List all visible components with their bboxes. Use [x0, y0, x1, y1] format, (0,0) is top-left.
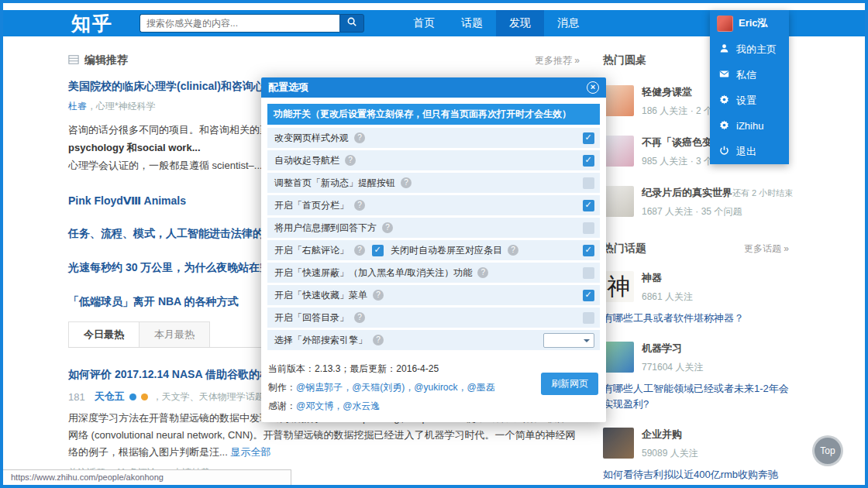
option-label: 开启「快速屏蔽」（加入黑名单/取消关注）功能: [274, 266, 472, 280]
zhihu-logo[interactable]: 知乎: [71, 11, 113, 36]
menu-item-label: 私信: [736, 68, 756, 82]
browser-window: 知乎 首页 话题 发现 消息 编辑推荐 更多推荐 » 美国院校的临床心理学(cl…: [0, 0, 868, 488]
option-row: 调整首页「新动态」提醒按钮: [267, 173, 600, 193]
search-button[interactable]: [339, 14, 364, 33]
topic-question-link[interactable]: 如何看待吉利拟以近400亿rmb收购奔驰3%～5%股权?: [603, 467, 789, 488]
nav-item-home[interactable]: 首页: [400, 10, 448, 36]
help-icon[interactable]: [345, 155, 356, 166]
option-label: 自动收起导航栏: [274, 154, 339, 167]
topic-thumbnail[interactable]: 神: [603, 271, 634, 302]
search-input[interactable]: [140, 14, 339, 33]
topic-question-link[interactable]: 有哪些人工智能领域已经或者未来1-2年会实现盈利?: [603, 381, 789, 412]
thanks-links[interactable]: @邓文博，@水云逸: [296, 400, 380, 411]
option-row: 开启「右舷评论」 关闭时自动卷屏至对应条目: [267, 240, 600, 260]
topic-followers: 771604 人关注: [642, 361, 703, 374]
topic-name[interactable]: 企业并购: [642, 428, 698, 442]
help-icon[interactable]: [354, 245, 365, 256]
link-status-bar: https://www.zhihu.com/people/akonhong: [3, 469, 291, 485]
option-row: 选择「外部搜索引擎」: [267, 330, 600, 350]
checkbox[interactable]: [372, 245, 384, 256]
roundtable-thumbnail[interactable]: [603, 136, 634, 167]
show-all-link[interactable]: 显示全部: [230, 446, 270, 458]
topic-followers: 6861 人关注: [642, 290, 693, 304]
mail-icon: [719, 69, 729, 81]
checkbox[interactable]: [583, 290, 594, 301]
help-icon[interactable]: [354, 200, 365, 211]
back-to-top-button[interactable]: Top: [812, 435, 843, 466]
menu-item-label: 我的主页: [736, 43, 777, 57]
topic-name[interactable]: 机器学习: [642, 342, 703, 356]
thanks-label: 感谢：: [268, 400, 296, 411]
menu-item-label: 设置: [736, 94, 756, 108]
dialog-body: 功能开关（更改后设置将立刻保存，但只有当页面再次打开时才会生效） 改变网页样式外…: [261, 98, 606, 350]
help-icon[interactable]: [373, 335, 384, 345]
checkbox[interactable]: [583, 132, 594, 144]
menu-item-logout[interactable]: 退出: [710, 139, 789, 164]
topic-thumbnail[interactable]: [603, 342, 634, 373]
author-badge-icon: [141, 393, 148, 400]
roundtable-item[interactable]: 纪录片后的真实世界 还有 2 小时结束 1687 人关注 · 35 个问题: [603, 186, 789, 218]
checkbox[interactable]: [583, 222, 594, 234]
option-row: 将用户信息挪到回答下方: [267, 218, 600, 238]
gear-icon: [719, 95, 729, 107]
option-label: 选择「外部搜索引擎」: [274, 334, 367, 347]
close-icon[interactable]: ×: [587, 81, 599, 94]
section-header: 功能开关（更改后设置将立刻保存，但只有当页面再次打开时才会生效）: [267, 104, 600, 125]
option-sub-label: 关闭时自动卷屏至对应条目: [391, 244, 502, 257]
search-bar: [140, 14, 364, 33]
topic-question-link[interactable]: 有哪些工具或者软件堪称神器？: [603, 311, 789, 326]
more-recommend-link[interactable]: 更多推荐 »: [535, 54, 580, 67]
external-search-select[interactable]: [543, 333, 594, 348]
answer-author-link[interactable]: 天仓五: [95, 390, 125, 404]
roundtable-thumbnail[interactable]: [603, 85, 634, 116]
help-icon[interactable]: [477, 267, 488, 278]
roundtable-thumbnail[interactable]: [603, 186, 634, 217]
nav-item-messages[interactable]: 消息: [544, 10, 592, 36]
help-icon[interactable]: [382, 222, 393, 233]
feed-section-title: 编辑推荐: [84, 53, 128, 67]
menu-item-label: 退出: [736, 145, 756, 159]
checkbox[interactable]: [583, 245, 594, 256]
option-row: 自动收起导航栏: [267, 150, 600, 170]
help-icon[interactable]: [373, 290, 384, 301]
roundtable-item-title[interactable]: 纪录片后的真实世界: [642, 186, 732, 200]
credits-links[interactable]: @钢盅郭子，@天猫(刘勇)，@yukirock，@墨磊: [296, 382, 495, 393]
help-icon[interactable]: [354, 132, 365, 143]
option-label: 开启「首页分栏」: [274, 199, 349, 212]
topic-thumbnail[interactable]: [603, 428, 634, 459]
help-icon[interactable]: [401, 177, 412, 188]
feed-section-header: 编辑推荐 更多推荐 »: [68, 53, 580, 67]
menu-item-izhihu[interactable]: iZhihu: [710, 113, 789, 139]
checkbox[interactable]: [583, 155, 594, 167]
nav-item-topics[interactable]: 话题: [448, 10, 496, 36]
refresh-page-button[interactable]: 刷新网页: [541, 373, 598, 395]
author-meta: ，心理*神经科学: [87, 101, 156, 112]
checkbox[interactable]: [583, 267, 594, 279]
avatar[interactable]: [717, 15, 733, 32]
help-icon[interactable]: [354, 312, 365, 323]
checkbox[interactable]: [583, 177, 594, 189]
checkbox[interactable]: [583, 312, 594, 324]
credits-label: 制作：: [268, 382, 296, 393]
tab-month-hot[interactable]: 本月最热: [139, 321, 210, 347]
menu-item-my-profile[interactable]: 我的主页: [710, 36, 789, 62]
more-topics-link[interactable]: 更多话题 »: [744, 242, 789, 256]
menu-item-messages[interactable]: 私信: [710, 62, 789, 88]
dialog-titlebar: 配置选项 ×: [261, 77, 606, 98]
tab-today-hot[interactable]: 今日最热: [68, 321, 139, 347]
option-row: 开启「回答目录」: [267, 308, 600, 328]
author-link[interactable]: 杜睿: [68, 101, 87, 112]
checkbox[interactable]: [583, 200, 594, 211]
option-label: 开启「右舷评论」: [274, 244, 349, 257]
roundtable-item-title[interactable]: 轻健身课堂: [642, 85, 692, 99]
help-icon[interactable]: [508, 245, 518, 256]
menu-item-settings[interactable]: 设置: [710, 88, 789, 113]
topic-item: 神 神器 6861 人关注 有哪些工具或者软件堪称神器？: [603, 271, 789, 326]
user-chip[interactable]: Eric泓: [710, 10, 789, 36]
topic-name[interactable]: 神器: [642, 271, 693, 285]
topic-followers: 59089 人关注: [642, 447, 698, 460]
topics-header: 热门话题 更多话题 »: [603, 242, 789, 256]
topic-item: 机器学习 771604 人关注 有哪些人工智能领域已经或者未来1-2年会实现盈利…: [603, 342, 789, 412]
menu-item-label: iZhihu: [736, 120, 763, 132]
nav-item-discover[interactable]: 发现: [496, 10, 544, 36]
